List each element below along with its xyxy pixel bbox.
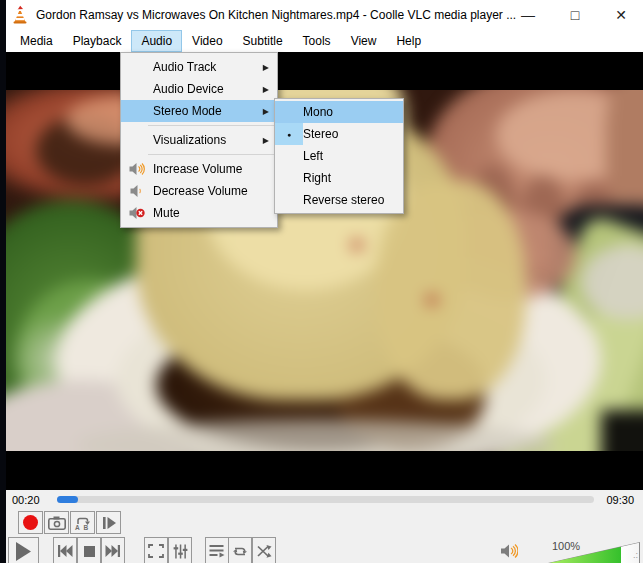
previous-icon: [57, 545, 73, 557]
menu-item-label: Audio Track: [153, 60, 263, 74]
menu-help[interactable]: Help: [386, 30, 431, 52]
menu-bar: Media Playback Audio Video Subtitle Tool…: [6, 30, 643, 52]
previous-button[interactable]: [53, 537, 77, 563]
snapshot-button[interactable]: [44, 511, 69, 534]
camera-icon: [48, 516, 66, 530]
maximize-button[interactable]: □: [558, 0, 592, 30]
volume-icon[interactable]: [500, 543, 518, 559]
submenu-item-label: Mono: [303, 105, 333, 119]
next-icon: [105, 545, 121, 557]
equalizer-button[interactable]: [168, 537, 192, 563]
submenu-arrow-icon: ▶: [263, 63, 269, 72]
svg-text:B: B: [83, 524, 88, 531]
fullscreen-button[interactable]: [144, 537, 168, 563]
loop-ab-button[interactable]: A B: [70, 511, 95, 534]
submenu-arrow-icon: ▶: [263, 107, 269, 116]
radio-slot: [275, 167, 303, 189]
submenu-item-stereo[interactable]: ● Stereo: [275, 123, 403, 145]
menu-item-increase-volume[interactable]: Increase Volume: [121, 158, 277, 180]
close-button[interactable]: ✕: [604, 0, 638, 30]
shuffle-icon: [257, 545, 272, 558]
loop-icon: [232, 545, 248, 558]
frame-by-frame-icon: [101, 516, 117, 530]
playlist-button[interactable]: [205, 537, 229, 563]
radio-selected-icon: ●: [275, 123, 303, 145]
stop-icon: [84, 546, 95, 557]
menu-item-audio-device[interactable]: Audio Device ▶: [121, 78, 277, 100]
svg-text:A: A: [75, 524, 80, 531]
menu-item-visualizations[interactable]: Visualizations ▶: [121, 129, 277, 151]
submenu-item-reverse-stereo[interactable]: Reverse stereo: [275, 189, 403, 211]
stop-button[interactable]: [77, 537, 101, 563]
total-time: 09:30: [606, 494, 634, 506]
menu-audio[interactable]: Audio: [131, 30, 182, 52]
menu-video[interactable]: Video: [182, 30, 232, 52]
vlc-window: Gordon Ramsay vs Microwaves On Kitchen N…: [6, 0, 643, 563]
menu-item-mute[interactable]: Mute: [121, 202, 277, 224]
record-icon: [23, 515, 38, 530]
resize-grip[interactable]: .:: [633, 553, 641, 561]
play-button[interactable]: [8, 537, 39, 563]
menu-item-stereo-mode[interactable]: Stereo Mode ▶: [121, 100, 277, 122]
video-blob: [351, 240, 363, 250]
frame-by-frame-button[interactable]: [96, 511, 121, 534]
elapsed-time: 00:20: [12, 494, 40, 506]
volume-mute-icon: [121, 205, 153, 221]
menu-item-label: Increase Volume: [153, 162, 277, 176]
menu-item-label: Audio Device: [153, 82, 263, 96]
submenu-item-mono[interactable]: Mono: [275, 101, 403, 123]
submenu-item-label: Reverse stereo: [303, 193, 384, 207]
menu-media[interactable]: Media: [10, 30, 63, 52]
menu-item-label: Mute: [153, 206, 277, 220]
menu-item-audio-track[interactable]: Audio Track ▶: [121, 56, 277, 78]
next-button[interactable]: [101, 537, 125, 563]
submenu-item-label: Left: [303, 149, 323, 163]
menu-separator: [148, 125, 274, 126]
volume-up-icon: [121, 161, 153, 177]
volume-down-icon: [121, 183, 153, 199]
seek-progress-fill[interactable]: [57, 496, 78, 503]
seek-bar[interactable]: [57, 496, 594, 503]
menu-separator: [148, 154, 274, 155]
menu-view[interactable]: View: [341, 30, 387, 52]
shuffle-button[interactable]: [252, 537, 276, 563]
submenu-item-right[interactable]: Right: [275, 167, 403, 189]
submenu-arrow-icon: ▶: [263, 85, 269, 94]
loop-ab-icon: A B: [74, 515, 92, 531]
title-bar: Gordon Ramsay vs Microwaves On Kitchen N…: [6, 0, 643, 30]
fullscreen-icon: [148, 544, 164, 558]
radio-slot: [275, 189, 303, 211]
menu-subtitle[interactable]: Subtitle: [233, 30, 293, 52]
submenu-arrow-icon: ▶: [263, 136, 269, 145]
menu-item-label: Stereo Mode: [153, 104, 263, 118]
volume-percent-label: 100%: [552, 540, 580, 552]
menu-item-label: Decrease Volume: [153, 184, 277, 198]
menu-item-label: Visualizations: [153, 133, 263, 147]
playlist-icon: [209, 544, 225, 558]
vlc-cone-icon: [11, 5, 29, 25]
play-icon: [15, 542, 32, 561]
menu-tools[interactable]: Tools: [293, 30, 341, 52]
loop-button[interactable]: [228, 537, 252, 563]
record-button[interactable]: [18, 511, 43, 534]
video-blob: [601, 410, 643, 451]
video-blob: [426, 295, 438, 305]
minimize-button[interactable]: —: [511, 0, 545, 30]
submenu-item-label: Right: [303, 171, 331, 185]
equalizer-icon: [173, 544, 188, 559]
radio-slot: [275, 145, 303, 167]
audio-dropdown-menu: Audio Track ▶ Audio Device ▶ Stereo Mode…: [120, 52, 278, 228]
menu-playback[interactable]: Playback: [63, 30, 132, 52]
radio-slot: [275, 101, 303, 123]
window-title: Gordon Ramsay vs Microwaves On Kitchen N…: [36, 8, 516, 22]
submenu-item-label: Stereo: [303, 127, 338, 141]
menu-item-decrease-volume[interactable]: Decrease Volume: [121, 180, 277, 202]
submenu-item-left[interactable]: Left: [275, 145, 403, 167]
control-bar: 00:20 09:30 A B: [6, 490, 643, 563]
stereo-mode-submenu: Mono ● Stereo Left Right Reverse stereo: [274, 98, 404, 214]
